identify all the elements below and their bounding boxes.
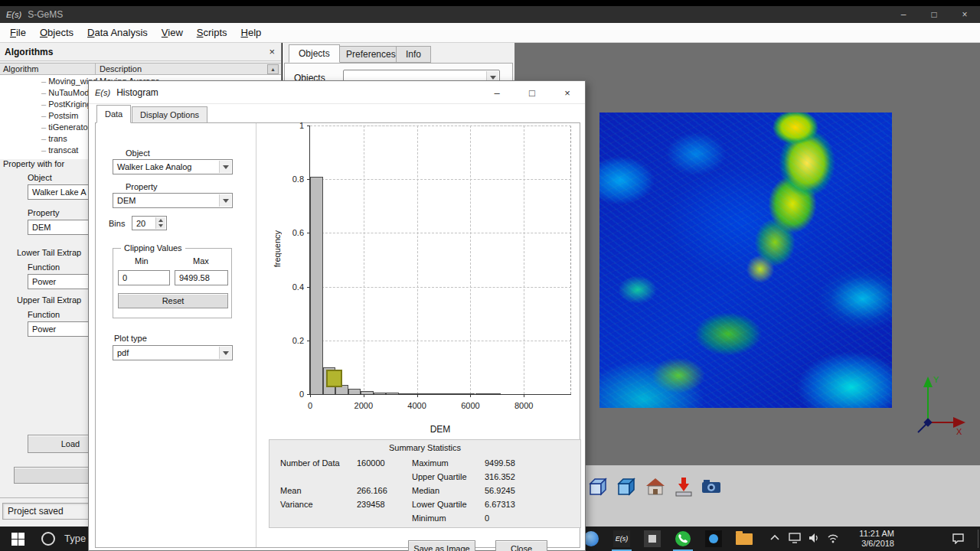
tab-info[interactable]: Info: [396, 46, 431, 63]
close-button[interactable]: ×: [949, 6, 980, 23]
maximize-button[interactable]: □: [919, 6, 949, 23]
dialog-close-button[interactable]: ×: [550, 81, 585, 104]
histogram-bar: [348, 389, 361, 394]
column-divider[interactable]: [95, 64, 96, 74]
dialog-maximize-button[interactable]: □: [514, 81, 550, 104]
tray-network-icon[interactable]: [827, 533, 839, 543]
tab-data[interactable]: Data: [96, 105, 131, 123]
lower-tail-group-label: Lower Tail Extrap: [17, 248, 81, 257]
stat-value: [357, 514, 412, 527]
home-view-icon[interactable]: [643, 474, 668, 499]
stat-label: Median: [412, 486, 485, 500]
y-tick-label: 1: [299, 121, 304, 130]
upper-function-value: Power: [32, 324, 56, 334]
minimize-button[interactable]: –: [888, 6, 919, 23]
cube-alt-view-icon[interactable]: [614, 474, 639, 499]
dialog-titlebar[interactable]: E(s) Histogram – □ ×: [89, 81, 585, 104]
taskbar-icon-app-gray[interactable]: [637, 527, 668, 551]
spin-down-icon[interactable]: [158, 224, 163, 227]
taskbar-search-text[interactable]: Type: [64, 533, 86, 544]
dialog-object-select[interactable]: Walker Lake Analog: [113, 159, 233, 174]
plot-type-value: pdf: [117, 348, 129, 357]
action-center-icon[interactable]: [952, 533, 965, 544]
axis-y-arrow-icon: [923, 377, 933, 387]
max-input[interactable]: 9499.58: [175, 270, 228, 285]
y-gridline: [310, 233, 571, 233]
algorithms-panel-header: Algorithms ×: [0, 44, 281, 61]
plot-type-select[interactable]: pdf: [113, 345, 233, 360]
taskbar-icon-folder[interactable]: [729, 527, 760, 551]
dem-heatmap-render[interactable]: [599, 112, 892, 408]
dialog-property-label: Property: [126, 182, 158, 191]
scroll-up-icon[interactable]: ▴: [267, 64, 279, 74]
object-label: Object: [28, 173, 52, 182]
tree-item-label[interactable]: PostKriging: [41, 99, 91, 109]
bins-spinner[interactable]: 20: [132, 216, 167, 230]
tab-display-options[interactable]: Display Options: [132, 106, 207, 123]
x-tick-mark: [417, 394, 418, 397]
function-label-2: Function: [28, 310, 60, 319]
histogram-bar: [374, 393, 387, 394]
column-description[interactable]: Description: [100, 64, 142, 73]
column-algorithm[interactable]: Algorithm: [3, 64, 38, 73]
tray-display-icon[interactable]: [789, 533, 801, 543]
chevron-down-icon: [219, 161, 231, 173]
lower-function-value: Power: [32, 277, 56, 286]
tree-item-label[interactable]: transcat: [41, 145, 78, 155]
menu-objects[interactable]: Objects: [33, 24, 80, 41]
spin-up-icon[interactable]: [158, 219, 163, 222]
dialog-property-select[interactable]: DEM: [113, 193, 233, 208]
histogram-bar: [361, 391, 374, 394]
reset-button[interactable]: Reset: [118, 293, 228, 308]
taskbar-icon-sgems[interactable]: E(s): [606, 527, 637, 551]
y-gridline: [310, 126, 571, 126]
menu-view[interactable]: View: [155, 24, 190, 41]
histogram-plot: 00.20.40.60.8102000400060008000: [309, 126, 571, 395]
stat-label: Minimum: [412, 514, 485, 527]
x-tick-mark: [524, 394, 524, 397]
letterbox-top: [0, 0, 980, 6]
taskbar-clock[interactable]: 11:21 AM 3/6/2018: [841, 529, 894, 549]
spinner-buttons[interactable]: [155, 217, 165, 229]
save-as-image-button[interactable]: Save as Image: [408, 540, 475, 551]
menu-help[interactable]: Help: [234, 24, 269, 41]
menu-scripts[interactable]: Scripts: [190, 24, 234, 41]
x-tick-label: 6000: [461, 401, 479, 410]
cube-view-icon[interactable]: [586, 474, 610, 499]
dialog-close-action-button[interactable]: Close: [495, 540, 547, 551]
app-titlebar: E(s) S-GeMS – □ ×: [0, 6, 980, 23]
tree-item-label[interactable]: tiGenerator: [41, 122, 90, 132]
function-label: Function: [28, 262, 60, 272]
whatsapp-icon: [675, 530, 691, 547]
menu-data-analysis[interactable]: Data Analysis: [80, 24, 155, 41]
export-snapshot-icon[interactable]: [671, 474, 696, 499]
tray-expand-icon[interactable]: [769, 533, 780, 543]
camera-capture-icon[interactable]: [699, 474, 724, 499]
tree-item-label[interactable]: Postsim: [41, 111, 78, 120]
algorithms-panel-title: Algorithms: [5, 47, 53, 57]
histogram-bar: [412, 393, 425, 394]
cortana-icon[interactable]: [41, 532, 55, 546]
dialog-property-value: DEM: [117, 196, 136, 205]
screen: E(s) S-GeMS – □ × File Objects Data Anal…: [0, 0, 980, 551]
clock-date: 3/6/2018: [841, 539, 894, 549]
bins-value: 20: [136, 219, 145, 228]
stat-value: 316.352: [485, 472, 569, 486]
menu-file[interactable]: File: [3, 24, 33, 41]
stat-label: Upper Quartile: [412, 472, 485, 486]
panel-close-icon[interactable]: ×: [269, 46, 275, 57]
y-gridline: [310, 341, 571, 341]
taskbar-icon-whatsapp[interactable]: [668, 527, 698, 551]
x-gridline: [417, 126, 418, 394]
y-tick-label: 0.2: [292, 336, 304, 345]
min-input[interactable]: 0: [118, 270, 170, 285]
show-desktop-button[interactable]: [978, 530, 978, 548]
taskbar-icon-app-dark[interactable]: [698, 527, 729, 551]
tab-objects[interactable]: Objects: [289, 44, 340, 63]
start-button[interactable]: [0, 527, 35, 551]
y-tick-label: 0.8: [292, 174, 304, 184]
dialog-minimize-button[interactable]: –: [479, 81, 514, 104]
tree-item-label[interactable]: trans: [41, 134, 67, 143]
tray-volume-icon[interactable]: [808, 533, 821, 543]
x-gridline: [470, 126, 471, 394]
